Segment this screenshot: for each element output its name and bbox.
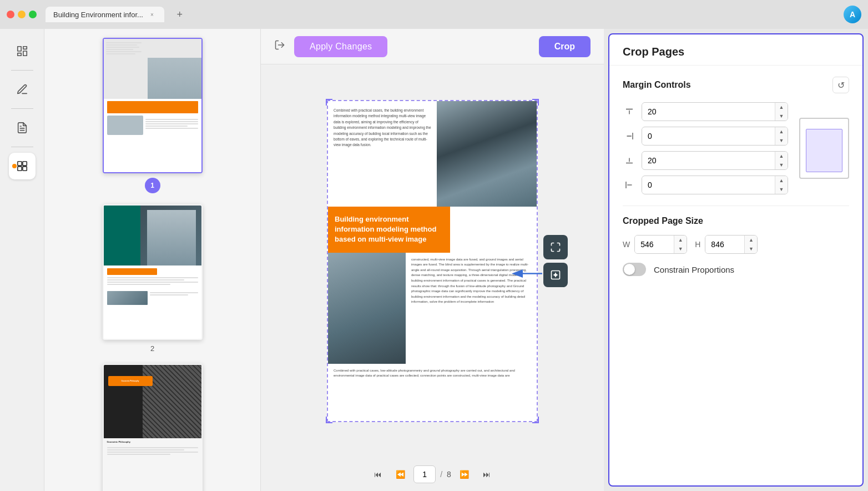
svg-point-16 bbox=[554, 274, 556, 275]
crop-tools bbox=[543, 235, 568, 287]
crop-handle-br[interactable] bbox=[532, 417, 539, 423]
apply-changes-icon bbox=[274, 39, 285, 53]
margin-right-input[interactable]: 0 bbox=[642, 128, 775, 144]
doc-footer-text: Combined with practical cases, low-altit… bbox=[328, 364, 537, 383]
margin-left-down[interactable]: ▼ bbox=[775, 185, 788, 194]
right-panel: Crop Pages Margin Controls ↺ 20 bbox=[608, 33, 864, 487]
thumbnail-item[interactable]: Geometric Philosophy Geometric Philosoph… bbox=[103, 364, 203, 491]
margin-top-input[interactable]: 20 bbox=[642, 104, 775, 119]
margin-right-up[interactable]: ▲ bbox=[775, 127, 788, 136]
margin-right-input-wrapper: 0 ▲ ▼ bbox=[642, 127, 788, 146]
last-page-button[interactable]: ⏭ bbox=[478, 465, 496, 483]
doc-building-image bbox=[437, 101, 537, 207]
reset-margins-button[interactable]: ↺ bbox=[832, 77, 849, 93]
traffic-lights bbox=[7, 11, 37, 18]
first-page-button[interactable]: ⏮ bbox=[369, 465, 387, 483]
margin-bottom-row: 20 ▲ ▼ bbox=[623, 151, 788, 170]
divider bbox=[11, 70, 33, 71]
thumb3-subtitle: Geometric Philosophy bbox=[104, 438, 201, 446]
crop-pages-title: Crop Pages bbox=[623, 46, 849, 58]
width-input[interactable]: 546 bbox=[635, 236, 674, 253]
tab-close-icon[interactable]: × bbox=[148, 10, 157, 19]
browser-tab[interactable]: Building Environment infor... × bbox=[46, 7, 164, 22]
apply-changes-button[interactable]: Apply Changes bbox=[294, 36, 387, 57]
margin-bottom-input[interactable]: 20 bbox=[642, 153, 775, 168]
thumbnail-item[interactable]: 2 bbox=[103, 204, 203, 353]
doc-orange-title: Building environment information modelin… bbox=[328, 207, 450, 253]
margin-bottom-up[interactable]: ▲ bbox=[775, 152, 788, 161]
page-separator: / bbox=[440, 470, 442, 479]
current-page-input[interactable]: 1 bbox=[413, 465, 436, 483]
doc-bottom-row: constructed, multi-view image data are f… bbox=[328, 253, 537, 364]
margin-left-input[interactable]: 0 bbox=[642, 177, 775, 193]
width-up[interactable]: ▲ bbox=[674, 236, 687, 244]
margin-top-input-wrapper: 20 ▲ ▼ bbox=[642, 102, 788, 121]
margin-right-down[interactable]: ▼ bbox=[775, 136, 788, 145]
arrow-pointer bbox=[510, 267, 543, 283]
width-label: W bbox=[623, 240, 630, 249]
svg-rect-3 bbox=[17, 53, 21, 56]
crop-handle-tl[interactable] bbox=[326, 99, 332, 106]
height-field: H 846 ▲ ▼ bbox=[695, 235, 758, 254]
svg-rect-9 bbox=[22, 167, 26, 171]
height-input[interactable]: 846 bbox=[705, 236, 744, 253]
doc-text-intro: Combined with practical cases, the build… bbox=[328, 101, 437, 207]
icon-sidebar bbox=[0, 29, 44, 491]
margin-top-up[interactable]: ▲ bbox=[775, 103, 788, 112]
svg-rect-8 bbox=[22, 162, 26, 166]
thumbnail-item[interactable]: 1 bbox=[103, 38, 203, 193]
crop-handle-bl[interactable] bbox=[326, 417, 332, 423]
thumbnail-img-1 bbox=[104, 39, 201, 172]
close-button[interactable] bbox=[7, 11, 14, 18]
total-pages: 8 bbox=[447, 470, 451, 479]
crop-fit-button[interactable] bbox=[543, 235, 568, 259]
toolbar: Apply Changes Crop bbox=[261, 29, 604, 64]
svg-rect-1 bbox=[23, 47, 26, 49]
section-divider bbox=[623, 206, 849, 206]
divider bbox=[11, 147, 33, 147]
prev-page-button[interactable]: ⏪ bbox=[391, 465, 409, 483]
margin-left-input-wrapper: 0 ▲ ▼ bbox=[642, 176, 788, 194]
margin-right-row: 0 ▲ ▼ bbox=[623, 127, 788, 146]
thumb3-title-text: Geometric Philosophy bbox=[122, 380, 139, 382]
doc-viewer: Combined with practical cases, the build… bbox=[261, 64, 604, 458]
crop-center-button[interactable] bbox=[543, 263, 568, 287]
fullscreen-button[interactable] bbox=[29, 11, 37, 18]
width-down[interactable]: ▼ bbox=[674, 244, 687, 253]
thumbnail-frame-1[interactable] bbox=[103, 38, 203, 173]
margin-right-spinners: ▲ ▼ bbox=[775, 127, 788, 145]
right-panel-header: Crop Pages bbox=[609, 34, 862, 66]
sidebar-item-crop[interactable] bbox=[9, 153, 36, 179]
new-tab-button[interactable]: + bbox=[172, 7, 188, 22]
constrain-proportions-row: Constrain Proportions bbox=[623, 263, 849, 276]
titlebar: Building Environment infor... × + A bbox=[0, 0, 868, 29]
size-inputs: W 546 ▲ ▼ H 846 ▲ ▼ bbox=[623, 235, 849, 254]
margin-top-down[interactable]: ▼ bbox=[775, 112, 788, 121]
crop-handle-tr[interactable] bbox=[532, 99, 539, 106]
minimize-button[interactable] bbox=[18, 11, 26, 18]
margin-bottom-down[interactable]: ▼ bbox=[775, 161, 788, 169]
margin-top-icon bbox=[623, 105, 636, 118]
margin-diagram-area: 20 ▲ ▼ 0 bbox=[623, 102, 849, 194]
next-page-button[interactable]: ⏩ bbox=[456, 465, 473, 483]
pagination-bar: ⏮ ⏪ 1 / 8 ⏩ ⏭ bbox=[261, 458, 604, 491]
doc-header-row: Combined with practical cases, the build… bbox=[328, 101, 537, 207]
margin-left-up[interactable]: ▲ bbox=[775, 176, 788, 185]
thumbnail-frame-2[interactable] bbox=[103, 204, 203, 340]
sidebar-item-edit[interactable] bbox=[9, 76, 36, 103]
toggle-knob bbox=[624, 264, 635, 275]
right-panel-body: Margin Controls ↺ 20 ▲ ▼ bbox=[609, 66, 862, 485]
main-content: Apply Changes Crop Combined with practic… bbox=[261, 29, 604, 491]
crop-button[interactable]: Crop bbox=[539, 36, 591, 57]
page-canvas: Combined with practical cases, the build… bbox=[327, 100, 538, 422]
page-number-badge-1: 1 bbox=[145, 178, 160, 193]
constrain-proportions-toggle[interactable] bbox=[623, 263, 646, 276]
margin-bottom-icon bbox=[623, 154, 636, 167]
sidebar-item-annotate[interactable] bbox=[9, 114, 36, 141]
sidebar-item-library[interactable] bbox=[9, 38, 36, 64]
margin-left-spinners: ▲ ▼ bbox=[775, 176, 788, 194]
height-down[interactable]: ▼ bbox=[745, 244, 757, 253]
height-spinners: ▲ ▼ bbox=[744, 236, 757, 253]
thumbnail-frame-3[interactable]: Geometric Philosophy Geometric Philosoph… bbox=[103, 364, 203, 491]
height-up[interactable]: ▲ bbox=[745, 236, 757, 244]
